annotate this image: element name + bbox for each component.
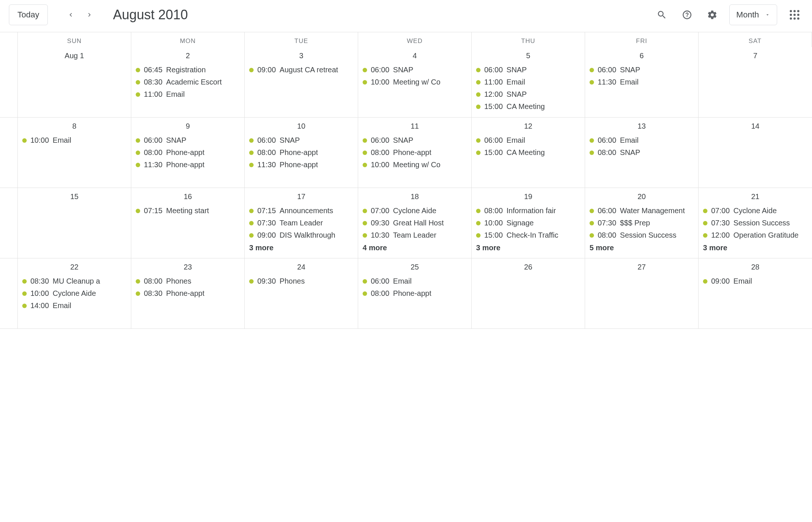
calendar-event[interactable]: 06:00Water Management <box>588 205 695 217</box>
day-cell[interactable]: 2107:00Cyclone Aide07:30Session Success1… <box>699 188 812 258</box>
calendar-event[interactable]: 14:00Email <box>21 300 128 312</box>
calendar-event[interactable]: 06:00SNAP <box>475 64 582 76</box>
day-cell[interactable]: 2208:30MU Cleanup a10:00Cyclone Aide14:0… <box>18 258 131 329</box>
day-cell[interactable]: 27 <box>585 258 699 329</box>
event-time: 14:00 <box>30 301 49 310</box>
calendar-event[interactable]: 11:30Phone-appt <box>248 159 355 171</box>
day-cell[interactable]: 1006:00SNAP08:00Phone-appt11:30Phone-app… <box>245 118 358 188</box>
calendar-event[interactable]: 10:00Signage <box>475 217 582 229</box>
calendar-event[interactable]: 08:00Session Success <box>588 229 695 241</box>
calendar-event[interactable]: 06:00SNAP <box>248 134 355 146</box>
calendar-event[interactable]: 09:00Email <box>702 275 809 287</box>
calendar-event[interactable]: 07:15Meeting start <box>134 205 241 217</box>
calendar-event[interactable]: 08:00Phone-appt <box>361 287 468 300</box>
calendar-event[interactable]: 07:15Announcements <box>248 205 355 217</box>
view-selector[interactable]: Month <box>729 4 777 25</box>
day-cell[interactable]: Aug 1 <box>18 47 131 118</box>
calendar-event[interactable]: 06:45Registration <box>134 64 241 76</box>
calendar-event[interactable]: 10:30Team Leader <box>361 229 468 241</box>
day-cell[interactable]: 2506:00Email08:00Phone-appt <box>358 258 472 329</box>
calendar-event[interactable]: 08:30MU Cleanup a <box>21 275 128 287</box>
calendar-event[interactable]: 07:30$$$ Prep <box>588 217 695 229</box>
calendar-event[interactable]: 08:00SNAP <box>588 146 695 159</box>
calendar-event[interactable]: 06:00Email <box>475 134 582 146</box>
calendar-event[interactable]: 06:00Email <box>361 275 468 287</box>
day-cell[interactable]: 309:00August CA retreat <box>245 47 358 118</box>
day-cell[interactable]: 14 <box>699 118 812 188</box>
day-cell[interactable]: 206:45Registration08:30Academic Escort11… <box>131 47 245 118</box>
today-button[interactable]: Today <box>9 4 48 25</box>
next-month-button[interactable] <box>81 7 98 23</box>
settings-button[interactable] <box>704 7 720 23</box>
calendar-event[interactable]: 06:00SNAP <box>134 134 241 146</box>
day-cell[interactable]: 15 <box>18 188 131 258</box>
calendar-event[interactable]: 09:30Phones <box>248 275 355 287</box>
calendar-event[interactable]: 06:00SNAP <box>588 64 695 76</box>
event-time: 10:00 <box>371 78 389 86</box>
calendar-event[interactable]: 08:00Phone-appt <box>361 146 468 159</box>
calendar-event[interactable]: 08:30Academic Escort <box>134 76 241 88</box>
calendar-event[interactable]: 08:30Phone-appt <box>134 287 241 300</box>
apps-button[interactable] <box>786 6 803 23</box>
calendar-event[interactable]: 15:00CA Meeting <box>475 146 582 159</box>
calendar-event[interactable]: 10:00Cyclone Aide <box>21 287 128 300</box>
calendar-event[interactable]: 15:00CA Meeting <box>475 100 582 113</box>
day-cell[interactable]: 606:00SNAP11:30Email <box>585 47 699 118</box>
calendar-event[interactable]: 10:00Meeting w/ Co <box>361 159 468 171</box>
day-cell[interactable]: 1106:00SNAP08:00Phone-appt10:00Meeting w… <box>358 118 472 188</box>
help-button[interactable] <box>679 7 695 23</box>
calendar-event[interactable]: 11:00Email <box>134 88 241 100</box>
day-cell[interactable]: 2308:00Phones08:30Phone-appt <box>131 258 245 329</box>
calendar-event[interactable]: 06:00SNAP <box>361 134 468 146</box>
day-cell[interactable]: 1306:00Email08:00SNAP <box>585 118 699 188</box>
calendar-event[interactable]: 10:00Meeting w/ Co <box>361 76 468 88</box>
calendar-event[interactable]: 07:30Session Success <box>702 217 809 229</box>
more-events-link[interactable]: 4 more <box>361 241 468 252</box>
calendar-event[interactable]: 07:30Team Leader <box>248 217 355 229</box>
day-cell[interactable]: 506:00SNAP11:00Email12:00SNAP15:00CA Mee… <box>472 47 585 118</box>
calendar-event[interactable]: 11:30Email <box>588 76 695 88</box>
calendar-event[interactable]: 11:00Email <box>475 76 582 88</box>
calendar-event[interactable]: 12:00SNAP <box>475 88 582 100</box>
event-dot-icon <box>703 221 707 225</box>
day-cell[interactable]: 2409:30Phones <box>245 258 358 329</box>
calendar-event[interactable]: 07:00Cyclone Aide <box>702 205 809 217</box>
calendar-event[interactable]: 12:00Operation Gratitude <box>702 229 809 241</box>
calendar-event[interactable]: 09:00DIS Walkthrough <box>248 229 355 241</box>
prev-month-button[interactable] <box>63 7 79 23</box>
event-title: Session Success <box>620 231 676 239</box>
calendar-event[interactable]: 06:00Email <box>588 134 695 146</box>
day-cell[interactable]: 2006:00Water Management07:30$$$ Prep08:0… <box>585 188 699 258</box>
calendar-event[interactable]: 08:00Phone-appt <box>248 146 355 159</box>
calendar-event[interactable]: 15:00Check-In Traffic <box>475 229 582 241</box>
more-events-link[interactable]: 5 more <box>588 241 695 252</box>
calendar-event[interactable]: 08:00Information fair <box>475 205 582 217</box>
day-cell[interactable]: 1707:15Announcements07:30Team Leader09:0… <box>245 188 358 258</box>
calendar-event[interactable]: 11:30Phone-appt <box>134 159 241 171</box>
day-cell[interactable]: 1206:00Email15:00CA Meeting <box>472 118 585 188</box>
day-cell[interactable]: 2809:00Email <box>699 258 812 329</box>
calendar-event[interactable]: 08:00Phone-appt <box>134 146 241 159</box>
day-cell[interactable]: 406:00SNAP10:00Meeting w/ Co <box>358 47 472 118</box>
calendar-event[interactable]: 09:00August CA retreat <box>248 64 355 76</box>
more-events-link[interactable]: 3 more <box>475 241 582 252</box>
search-button[interactable] <box>654 7 670 23</box>
calendar-event[interactable]: 08:00Phones <box>134 275 241 287</box>
day-cell[interactable]: 7 <box>699 47 812 118</box>
day-cell[interactable]: 906:00SNAP08:00Phone-appt11:30Phone-appt <box>131 118 245 188</box>
day-cell[interactable]: 1908:00Information fair10:00Signage15:00… <box>472 188 585 258</box>
more-events-link[interactable]: 3 more <box>248 241 355 252</box>
calendar-event[interactable]: 10:00Email <box>21 134 128 146</box>
day-cell[interactable]: 1807:00Cyclone Aide09:30Great Hall Host1… <box>358 188 472 258</box>
day-cell[interactable]: 810:00Email <box>18 118 131 188</box>
event-dot-icon <box>249 163 254 167</box>
event-title: Email <box>733 277 752 285</box>
calendar-event[interactable]: 06:00SNAP <box>361 64 468 76</box>
calendar-event[interactable]: 07:00Cyclone Aide <box>361 205 468 217</box>
calendar-event[interactable]: 09:30Great Hall Host <box>361 217 468 229</box>
day-cell[interactable]: 1607:15Meeting start <box>131 188 245 258</box>
day-header: THU <box>472 32 585 47</box>
day-cell[interactable]: 26 <box>472 258 585 329</box>
event-dot-icon <box>476 221 481 225</box>
more-events-link[interactable]: 3 more <box>702 241 809 252</box>
